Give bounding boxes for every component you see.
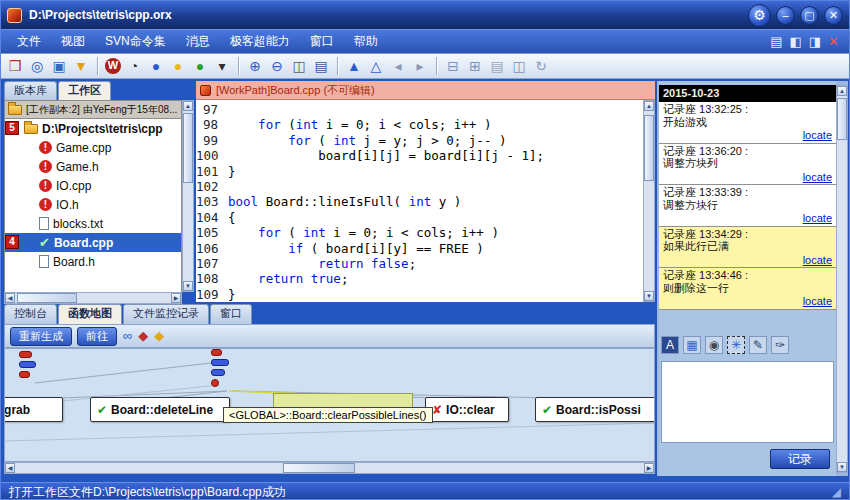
tab-window[interactable]: 窗口 [210,304,252,324]
filter-icon[interactable]: ▼ [71,56,91,76]
map-node-board-ispossi[interactable]: ✔Board::isPossi [535,397,655,422]
scroll-left-arrow[interactable]: ◀ [5,293,15,303]
open-project-icon[interactable]: ❒ [5,56,25,76]
tree-file-IO.h[interactable]: !IO.h [5,195,181,214]
code-area[interactable]: 9798 for (int i = 0; i < cols; i++ )99 f… [196,100,643,302]
scroll-thumb[interactable] [283,463,355,473]
resize-grip[interactable]: ◢ [832,483,841,500]
scroll-thumb[interactable] [17,293,77,303]
upload-icon[interactable]: ▲ [344,56,364,76]
tree-file-Game.h[interactable]: !Game.h [5,157,181,176]
tile-right-icon[interactable]: ◨ [809,34,821,50]
word-icon[interactable]: W [105,58,121,74]
log-entry-time: 记录座 13:32:25 : [663,103,832,116]
scroll-thumb[interactable] [644,115,654,181]
ball-menu-arrow-icon[interactable]: ▾ [212,56,232,76]
monitor-right-icon[interactable]: ⊞ [465,56,485,76]
close-button[interactable]: ✕ [824,6,843,25]
locate-link[interactable]: locate [803,212,832,224]
settings-gear-button[interactable]: ⚙ [748,4,771,27]
scroll-down-arrow[interactable]: ▼ [183,281,193,291]
doc-list-icon[interactable]: ▤ [770,34,782,50]
zoom-in-icon[interactable]: ⊕ [245,56,265,76]
menu-item-messages[interactable]: 消息 [176,30,220,53]
green-ball-icon[interactable]: ● [190,56,210,76]
scroll-up-arrow[interactable]: ▲ [183,101,193,111]
zoom-out-icon[interactable]: ⊖ [267,56,287,76]
image-icon[interactable]: ▦ [683,336,701,354]
blue-ball-icon[interactable]: ● [146,56,166,76]
search-view-icon[interactable]: ◎ [27,56,47,76]
tab-file-monitor[interactable]: 文件监控记录 [123,304,209,324]
yellow-ball-icon[interactable]: ● [168,56,188,76]
scroll-down-arrow[interactable]: ▼ [837,462,847,472]
scroll-thumb[interactable] [183,113,193,183]
scroll-right-arrow[interactable]: ▶ [171,293,181,303]
tree-file-IO.cpp[interactable]: !IO.cpp [5,176,181,195]
editor-header: [WorkPath]Board.cpp (不可编辑) [196,81,655,100]
status-bar: 打开工作区文件D:\Projects\tetris\cpp\Board.cpp成… [1,482,849,500]
monitor-left-icon[interactable]: ⊟ [443,56,463,76]
scroll-thumb[interactable] [837,98,847,140]
map-node-io-clear[interactable]: ✘IO::clear [425,397,509,422]
scroll-right-arrow[interactable]: ▶ [644,463,654,473]
up-arrow-icon[interactable]: △ [366,56,386,76]
print-icon[interactable]: ▤ [311,56,331,76]
locate-link[interactable]: locate [803,295,832,307]
regenerate-button[interactable]: 重新生成 [10,327,72,346]
menu-item-geek-power[interactable]: 极客超能力 [220,30,300,53]
tab-repository[interactable]: 版本库 [4,81,57,100]
tab-workspace[interactable]: 工作区 [58,81,111,100]
log-entry: 记录座 13:34:29 :如果此行已满locate [659,227,836,269]
node-yellow-icon[interactable]: ◆ [154,327,164,345]
tab-console[interactable]: 控制台 [4,304,57,324]
menu-item-help[interactable]: 帮助 [344,30,388,53]
text-format-icon[interactable]: A [661,336,679,354]
map-node-board-deleteline[interactable]: ✔Board::deleteLine [90,397,230,422]
scroll-up-arrow[interactable]: ▲ [837,86,847,96]
record-input[interactable] [661,361,834,443]
map-node-cluster [211,349,229,387]
tab-function-map[interactable]: 函数地图 [58,304,122,324]
tree-file-Board.h[interactable]: Board.h [5,252,181,271]
minimize-button[interactable]: – [776,6,795,25]
window-split-icon[interactable]: ◫ [509,56,529,76]
tree-file-Game.cpp[interactable]: !Game.cpp [5,138,181,157]
snapshot-icon[interactable]: ▣ [49,56,69,76]
refresh-icon[interactable]: ↻ [531,56,551,76]
clock-icon[interactable]: ◔ [124,56,144,76]
map-node-grab[interactable]: ✔::grab [4,397,63,422]
locate-link[interactable]: locate [803,254,832,266]
attach-icon[interactable]: ✑ [771,336,789,354]
print-preview-icon[interactable]: ◫ [289,56,309,76]
nav-forward-icon[interactable]: ▸ [410,56,430,76]
locate-link[interactable]: locate [803,171,832,183]
menu-item-window[interactable]: 窗口 [300,30,344,53]
tree-file-Board.cpp[interactable]: ✔Board.cpp [5,233,181,252]
line-code: for (int i = 0; i < cols; i++ ) [228,117,491,132]
camera-icon[interactable]: ◉ [705,336,723,354]
scroll-left-arrow[interactable]: ◀ [5,463,15,473]
scroll-down-arrow[interactable]: ▼ [644,291,654,301]
maximize-button[interactable]: ▢ [800,6,819,25]
goto-button[interactable]: 前往 [77,327,117,346]
locate-link[interactable]: locate [803,129,832,141]
left-panel: 版本库工作区 [工作副本:2] 由YeFeng于15年08... − D:\Pr… [4,81,194,304]
scroll-up-arrow[interactable]: ▲ [644,101,654,111]
record-button[interactable]: 记录 [770,449,830,469]
pen-icon[interactable]: ✎ [749,336,767,354]
tree-root[interactable]: − D:\Projects\tetris\cpp [5,119,181,138]
nav-back-icon[interactable]: ◂ [388,56,408,76]
node-red-icon[interactable]: ◆ [138,327,148,345]
print-disabled-icon[interactable]: ▤ [487,56,507,76]
settings-icon[interactable]: ✳ [727,336,745,354]
log-entry: 记录座 13:34:46 :则删除这一行locate [659,268,836,310]
close-doc-icon[interactable]: ✕ [828,34,839,50]
search-map-icon[interactable]: ∞ [123,327,132,345]
menu-item-view[interactable]: 视图 [51,30,95,53]
menu-item-file[interactable]: 文件 [7,30,51,53]
tree-file-blocks.txt[interactable]: blocks.txt [5,214,181,233]
line-code: { [228,210,236,225]
menu-item-svn-commands[interactable]: SVN命令集 [95,30,176,53]
tile-left-icon[interactable]: ◧ [790,34,802,50]
